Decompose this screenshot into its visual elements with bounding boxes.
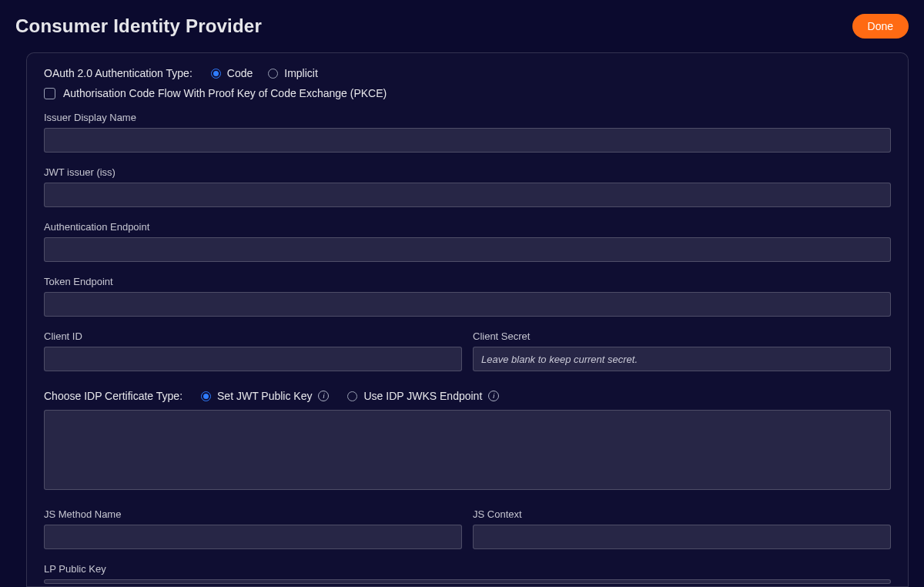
auth-type-row: OAuth 2.0 Authentication Type: Code Impl…: [44, 67, 891, 79]
client-secret-label: Client Secret: [473, 330, 891, 342]
info-icon[interactable]: i: [318, 391, 329, 401]
js-context-input[interactable]: [473, 525, 891, 549]
cert-option-set-jwt[interactable]: Set JWT Public Key i: [201, 390, 329, 402]
jwt-issuer-field: JWT issuer (iss): [44, 166, 891, 207]
js-fields-row: JS Method Name JS Context: [44, 508, 891, 563]
client-secret-field: Client Secret: [473, 330, 891, 371]
auth-endpoint-field: Authentication Endpoint: [44, 221, 891, 262]
auth-type-implicit-label: Implicit: [284, 67, 318, 79]
page-header: Consumer Identity Provider Done: [0, 0, 924, 45]
client-id-label: Client ID: [44, 330, 462, 342]
pkce-row: Authorisation Code Flow With Proof Key o…: [44, 87, 891, 99]
token-endpoint-field: Token Endpoint: [44, 276, 891, 317]
token-endpoint-input[interactable]: [44, 292, 891, 317]
radio-icon: [268, 69, 278, 79]
cert-type-row: Choose IDP Certificate Type: Set JWT Pub…: [44, 390, 891, 402]
issuer-display-name-field: Issuer Display Name: [44, 112, 891, 153]
cert-option-use-jwks[interactable]: Use IDP JWKS Endpoint i: [347, 390, 499, 402]
jwt-public-key-textarea[interactable]: [44, 410, 891, 490]
auth-type-radio-set: Code Implicit: [211, 67, 318, 79]
js-context-label: JS Context: [473, 508, 891, 520]
auth-type-implicit-option[interactable]: Implicit: [268, 67, 318, 79]
lp-public-key-display: [44, 579, 891, 584]
js-method-name-label: JS Method Name: [44, 508, 462, 520]
client-creds-row: Client ID Client Secret: [44, 330, 891, 385]
token-endpoint-label: Token Endpoint: [44, 276, 891, 287]
idp-panel: OAuth 2.0 Authentication Type: Code Impl…: [26, 52, 909, 587]
cert-type-label: Choose IDP Certificate Type:: [44, 390, 182, 402]
auth-endpoint-input[interactable]: [44, 237, 891, 262]
issuer-display-name-input[interactable]: [44, 128, 891, 153]
jwt-issuer-label: JWT issuer (iss): [44, 166, 891, 178]
radio-icon: [211, 69, 221, 79]
client-id-input[interactable]: [44, 347, 462, 371]
cert-option-set-jwt-label: Set JWT Public Key: [217, 390, 312, 402]
lp-public-key-label: LP Public Key: [44, 563, 891, 575]
js-context-field: JS Context: [473, 508, 891, 549]
auth-type-label: OAuth 2.0 Authentication Type:: [44, 67, 192, 79]
cert-option-use-jwks-label: Use IDP JWKS Endpoint: [363, 390, 482, 402]
auth-type-code-option[interactable]: Code: [211, 67, 253, 79]
radio-icon: [347, 391, 357, 401]
page-title: Consumer Identity Provider: [15, 15, 262, 37]
auth-endpoint-label: Authentication Endpoint: [44, 221, 891, 233]
page-root: Consumer Identity Provider Done OAuth 2.…: [0, 0, 924, 587]
jwt-issuer-input[interactable]: [44, 183, 891, 207]
lp-public-key-field: LP Public Key: [44, 563, 891, 584]
issuer-display-name-label: Issuer Display Name: [44, 112, 891, 123]
done-button[interactable]: Done: [852, 14, 909, 39]
js-method-name-field: JS Method Name: [44, 508, 462, 549]
radio-icon: [201, 391, 211, 401]
client-secret-input[interactable]: [473, 347, 891, 371]
js-method-name-input[interactable]: [44, 525, 462, 549]
pkce-label: Authorisation Code Flow With Proof Key o…: [63, 87, 387, 99]
auth-type-code-label: Code: [227, 67, 253, 79]
pkce-checkbox[interactable]: [44, 88, 55, 99]
cert-textarea-field: [44, 410, 891, 493]
info-icon[interactable]: i: [488, 391, 499, 401]
client-id-field: Client ID: [44, 330, 462, 371]
